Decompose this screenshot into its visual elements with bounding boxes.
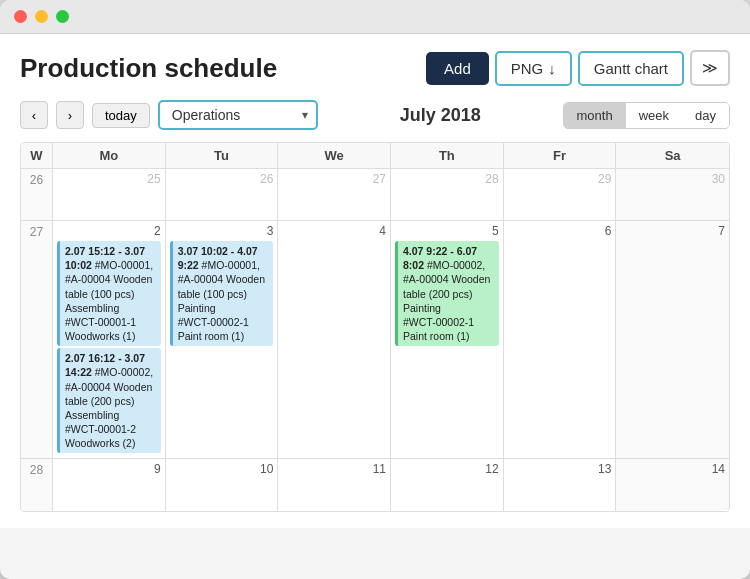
- prev-button[interactable]: ‹: [20, 101, 48, 129]
- cal-cell-mon-2: 2 2.07 15:12 - 3.07 10:02 #MO-00001,#A-0…: [53, 221, 166, 458]
- event-th-1[interactable]: 4.07 9:22 - 6.07 8:02 #MO-00002,#A-00004…: [395, 241, 499, 346]
- chevron-right-icon: ›: [68, 108, 72, 123]
- cal-cell-tue-3: 3 3.07 10:02 - 4.07 9:22 #MO-00001,#A-00…: [166, 221, 279, 458]
- fri-header: Fr: [504, 143, 617, 168]
- cal-cell-sat-14: 14: [616, 459, 729, 511]
- month-title: July 2018: [326, 105, 555, 126]
- title-bar: [0, 0, 750, 34]
- next-button[interactable]: ›: [56, 101, 84, 129]
- maximize-dot[interactable]: [56, 10, 69, 23]
- event-tu-1[interactable]: 3.07 10:02 - 4.07 9:22 #MO-00001,#A-0000…: [170, 241, 274, 346]
- chevron-down-icon: ≫: [702, 59, 718, 76]
- wed-header: We: [278, 143, 391, 168]
- event-mo-1[interactable]: 2.07 15:12 - 3.07 10:02 #MO-00001,#A-000…: [57, 241, 161, 346]
- cal-cell-wed-4: 4: [278, 221, 391, 458]
- gantt-button[interactable]: Gantt chart: [578, 51, 684, 86]
- day-view-button[interactable]: day: [682, 103, 729, 128]
- week-number-28: 28: [21, 459, 53, 511]
- week-view-button[interactable]: week: [626, 103, 682, 128]
- cal-cell-wed-27: 27: [278, 169, 391, 220]
- tue-header: Tu: [166, 143, 279, 168]
- app-window: Production schedule Add PNG ↓ Gantt char…: [0, 0, 750, 579]
- sat-header: Sa: [616, 143, 729, 168]
- minimize-dot[interactable]: [35, 10, 48, 23]
- mon-header: Mo: [53, 143, 166, 168]
- calendar-toolbar: ‹ › today Operations ▾ July 2018 month w…: [20, 100, 730, 130]
- week-number-26: 26: [21, 169, 53, 220]
- operations-select[interactable]: Operations: [158, 100, 318, 130]
- week-col-header: W: [21, 143, 53, 168]
- cal-cell-fri-13: 13: [504, 459, 617, 511]
- cal-cell-sat-30: 30: [616, 169, 729, 220]
- cal-cell-fri-29: 29: [504, 169, 617, 220]
- download-icon: ↓: [548, 60, 556, 77]
- cal-cell-tue-26: 26: [166, 169, 279, 220]
- month-view-button[interactable]: month: [564, 103, 626, 128]
- week-number-27: 27: [21, 221, 53, 458]
- main-content: Production schedule Add PNG ↓ Gantt char…: [0, 34, 750, 528]
- calendar-grid: W Mo Tu We Th Fr Sa 26 25 26 27 28 29 30…: [20, 142, 730, 512]
- page-title: Production schedule: [20, 53, 277, 84]
- cal-cell-mon-25: 25: [53, 169, 166, 220]
- calendar-row-27: 27 2 2.07 15:12 - 3.07 10:02 #MO-00001,#…: [21, 221, 729, 459]
- calendar-header: W Mo Tu We Th Fr Sa: [21, 143, 729, 169]
- cal-cell-wed-11: 11: [278, 459, 391, 511]
- view-toggle: month week day: [563, 102, 730, 129]
- calendar-row-26: 26 25 26 27 28 29 30: [21, 169, 729, 221]
- cal-cell-mon-9: 9: [53, 459, 166, 511]
- chevron-left-icon: ‹: [32, 108, 36, 123]
- header-actions: Add PNG ↓ Gantt chart ≫: [426, 50, 730, 86]
- close-dot[interactable]: [14, 10, 27, 23]
- more-button[interactable]: ≫: [690, 50, 730, 86]
- cal-cell-thu-12: 12: [391, 459, 504, 511]
- cal-cell-tue-10: 10: [166, 459, 279, 511]
- add-button[interactable]: Add: [426, 52, 489, 85]
- cal-cell-thu-28: 28: [391, 169, 504, 220]
- page-header: Production schedule Add PNG ↓ Gantt char…: [20, 50, 730, 86]
- event-mo-2[interactable]: 2.07 16:12 - 3.07 14:22 #MO-00002,#A-000…: [57, 348, 161, 453]
- today-button[interactable]: today: [92, 103, 150, 128]
- calendar-row-28: 28 9 10 11 12 13 14: [21, 459, 729, 511]
- cal-cell-thu-5: 5 4.07 9:22 - 6.07 8:02 #MO-00002,#A-000…: [391, 221, 504, 458]
- cal-cell-sat-7: 7: [616, 221, 729, 458]
- cal-cell-fri-6: 6: [504, 221, 617, 458]
- thu-header: Th: [391, 143, 504, 168]
- png-button[interactable]: PNG ↓: [495, 51, 572, 86]
- operations-select-wrapper: Operations ▾: [158, 100, 318, 130]
